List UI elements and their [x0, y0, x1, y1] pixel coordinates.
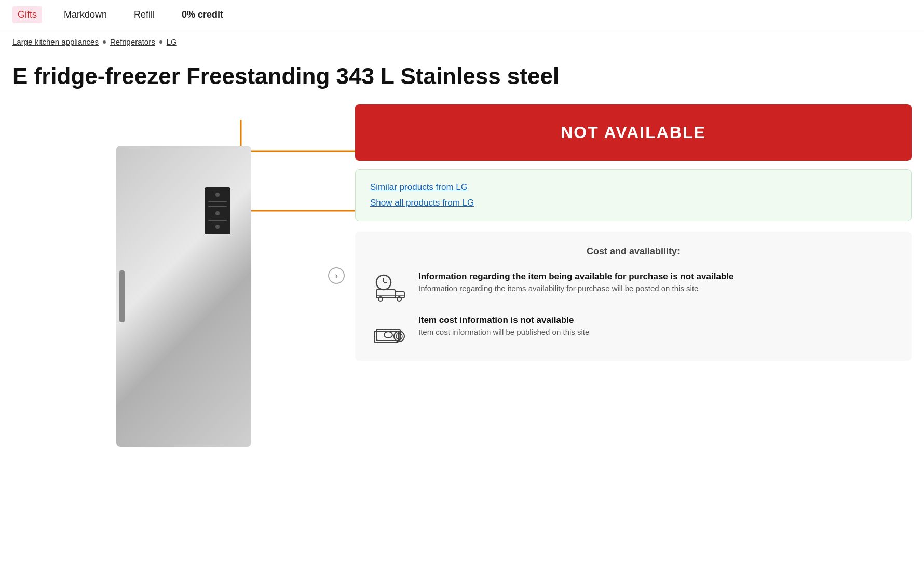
breadcrumb: Large kitchen appliances Refrigerators L… [0, 30, 924, 53]
availability-icon [372, 271, 408, 303]
similar-products-link[interactable]: Similar products from LG [370, 182, 896, 193]
breadcrumb-dot-2 [159, 40, 162, 44]
image-next-arrow[interactable]: › [328, 267, 345, 284]
cost-icon [372, 315, 408, 346]
breadcrumb-dot-1 [103, 40, 106, 44]
breadcrumb-lg[interactable]: LG [167, 37, 177, 46]
availability-text-block: Information regarding the item being ava… [418, 271, 733, 293]
panel-line-1 [208, 201, 227, 202]
availability-subtext: Information regarding the items availabi… [418, 284, 733, 293]
panel-line-3 [208, 220, 227, 221]
product-title: E fridge-freezer Freestanding 343 L Stai… [0, 53, 924, 104]
nav-item-markdown[interactable]: Markdown [59, 6, 112, 23]
right-panel: NOT AVAILABLE Similar products from LG S… [355, 104, 912, 447]
breadcrumb-refrigerators[interactable]: Refrigerators [110, 37, 155, 46]
svg-point-15 [384, 332, 392, 338]
cost-subtext: Item cost information will be published … [418, 328, 589, 336]
fridge-control-panel [205, 187, 230, 234]
cost-availability-title: Cost and availability: [372, 246, 895, 257]
show-all-products-link[interactable]: Show all products from LG [370, 198, 896, 208]
product-image [116, 146, 251, 447]
panel-line-2 [208, 206, 227, 207]
nav-item-gifts[interactable]: Gifts [12, 6, 42, 23]
fridge-handle [119, 270, 125, 322]
panel-dot-3 [215, 225, 220, 229]
cost-text-block: Item cost information is not available I… [418, 315, 589, 336]
panel-dot-1 [215, 193, 220, 197]
cost-heading: Item cost information is not available [418, 315, 589, 325]
panel-dot-2 [215, 211, 220, 215]
nav-item-credit[interactable]: 0% credit [176, 6, 228, 23]
image-section: › [12, 104, 355, 447]
not-available-button[interactable]: NOT AVAILABLE [355, 104, 912, 161]
availability-heading: Information regarding the item being ava… [418, 271, 733, 282]
svg-rect-8 [376, 290, 395, 298]
similar-products-box: Similar products from LG Show all produc… [355, 169, 912, 221]
top-nav: Gifts Markdown Refill 0% credit [0, 0, 924, 30]
breadcrumb-large-kitchen[interactable]: Large kitchen appliances [12, 37, 99, 46]
cost-info-row: Item cost information is not available I… [372, 315, 895, 346]
availability-info-row: Information regarding the item being ava… [372, 271, 895, 303]
cost-availability-box: Cost and availability: [355, 232, 912, 361]
nav-item-refill[interactable]: Refill [129, 6, 160, 23]
main-content: › NOT AVAILABLE Similar products from LG… [0, 104, 924, 447]
